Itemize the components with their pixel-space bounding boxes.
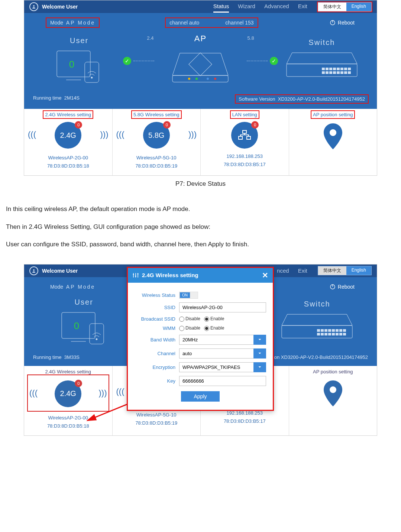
card-ap-position[interactable]: AP position setting <box>289 366 377 435</box>
svg-point-13 <box>214 78 216 80</box>
lan-ip: 192.168.188.253 <box>204 152 285 160</box>
card-58g-wireless[interactable]: 5.8G Wireless setting ((( 5.8G0 ))) Wire… <box>113 109 201 175</box>
ap-column: AP 2.4 5.8 <box>156 34 244 88</box>
link-user-ap: ✓ <box>123 57 156 65</box>
tab-exit[interactable]: Exit <box>298 1 307 13</box>
card-24g-wireless[interactable]: 2.4G Wireless setting ((( 2.4G0 ))) Wire… <box>24 366 113 435</box>
lan-mac: 78:D3:8D:D3:B5:17 <box>204 417 285 425</box>
mode-label: Mode <box>50 20 63 26</box>
freq-2g-label: 2.4 <box>147 35 153 41</box>
mode-value: AP Mode <box>66 20 95 26</box>
svg-rect-54 <box>324 333 327 335</box>
switch-title: Switch <box>269 300 366 308</box>
client-count-badge: 0 <box>75 380 82 387</box>
wmm-enable-radio[interactable]: Enable <box>204 325 224 331</box>
close-icon[interactable]: ✕ <box>262 271 268 280</box>
card-header-lan: LAN setting <box>231 111 259 118</box>
modal-body: Wireless Status ON SSID Broadcast SSID D… <box>128 283 273 410</box>
svg-rect-19 <box>337 68 340 70</box>
wmm-label: WMM <box>135 325 179 331</box>
status-ok-icon: ✓ <box>123 57 131 65</box>
ap-device-icon <box>156 46 244 88</box>
ssid-input[interactable] <box>179 302 266 312</box>
svg-rect-44 <box>317 329 320 332</box>
running-time-label: Running time <box>33 354 62 360</box>
location-pin-icon <box>293 123 373 150</box>
mode-label: Mode <box>50 284 63 290</box>
lang-chinese-button[interactable]: 简体中文 <box>318 3 346 11</box>
key-input[interactable] <box>179 376 266 386</box>
chevron-down-icon <box>253 335 266 345</box>
svg-rect-58 <box>339 333 342 335</box>
user-avatar-icon <box>29 266 38 275</box>
svg-text:0: 0 <box>74 320 79 331</box>
svg-point-65 <box>133 274 134 275</box>
channel-select[interactable] <box>179 348 266 359</box>
svg-rect-59 <box>343 333 346 335</box>
reboot-label: Reboot <box>338 20 355 26</box>
wireless-status-toggle[interactable]: ON <box>179 292 198 299</box>
enable-label: Enable <box>210 325 224 331</box>
doc-paragraph-3: User can configure the SSID, password, b… <box>6 239 395 250</box>
reboot-button[interactable]: Reboot <box>330 20 355 26</box>
svg-rect-17 <box>329 68 332 70</box>
card-24g-wireless[interactable]: 2.4G Wireless setting ((( 2.4G0 ))) Wire… <box>24 109 113 175</box>
lang-chinese-button[interactable]: 简体中文 <box>318 266 346 275</box>
disable-label: Disable <box>185 325 200 331</box>
welcome-text: Welcome User <box>42 4 78 10</box>
encryption-label: Encryption <box>135 364 179 370</box>
running-time-label: Running time <box>33 95 62 101</box>
card-lan-setting[interactable]: LAN setting 0 192.168.188.253 78:D3:8D:D… <box>201 109 289 175</box>
version-label: Software Version <box>239 96 275 102</box>
lan-mac: 78:D3:8D:D3:B5:17 <box>204 160 285 169</box>
svg-rect-52 <box>317 333 320 335</box>
broadcast-disable-radio[interactable]: Disable <box>179 316 200 322</box>
reboot-button[interactable]: Reboot <box>330 284 355 290</box>
svg-point-0 <box>33 5 35 7</box>
mac-24g: 78:D3:8D:D3:B5:18 <box>28 162 109 170</box>
tab-exit[interactable]: Exit <box>298 265 307 276</box>
key-label: Key <box>135 378 179 384</box>
switch-device-icon <box>278 49 366 84</box>
switch-device-icon <box>269 311 366 345</box>
status-ok-icon: ✓ <box>270 57 278 65</box>
card-header-position: AP position setting <box>311 111 354 118</box>
lang-english-button[interactable]: English <box>346 266 371 275</box>
channel-2g-value: auto <box>189 20 199 26</box>
bandwidth-select[interactable] <box>179 335 266 345</box>
user-device-icon: 0 <box>35 309 132 347</box>
svg-rect-51 <box>343 329 346 332</box>
svg-rect-18 <box>333 68 336 70</box>
tab-advanced[interactable]: Advanced <box>264 1 289 13</box>
ssid-label: SSID <box>135 305 179 310</box>
channel-value <box>179 348 253 359</box>
svg-rect-50 <box>339 329 342 332</box>
svg-rect-23 <box>322 71 325 74</box>
screenshot-device-status: Welcome User Status Wizard Advanced Exit… <box>24 0 377 176</box>
tab-status[interactable]: Status <box>213 1 229 13</box>
svg-rect-31 <box>243 130 246 133</box>
broadcast-enable-radio[interactable]: Enable <box>204 316 224 322</box>
svg-rect-56 <box>332 333 335 335</box>
svg-rect-27 <box>337 71 340 74</box>
svg-rect-40 <box>90 324 104 344</box>
svg-point-7 <box>91 77 93 78</box>
figure-caption: P7: Device Status <box>0 176 401 190</box>
wmm-disable-radio[interactable]: Disable <box>179 325 200 331</box>
card-ap-position[interactable]: AP position setting <box>289 109 377 175</box>
svg-rect-29 <box>344 71 347 74</box>
client-count-badge: 0 <box>163 121 171 129</box>
tab-wizard[interactable]: Wizard <box>238 1 255 13</box>
wireless-status-label: Wireless Status <box>135 292 179 298</box>
reboot-label: Reboot <box>338 284 355 290</box>
lang-english-button[interactable]: English <box>346 3 371 11</box>
svg-point-11 <box>195 78 198 80</box>
software-version-partial: ion XD3200-AP-V2.0-Build20151204174952 <box>273 354 368 360</box>
svg-point-35 <box>33 269 35 271</box>
encryption-select[interactable] <box>179 362 266 372</box>
svg-rect-30 <box>348 71 351 74</box>
apply-button[interactable]: Apply <box>181 391 219 402</box>
mode-indicator: Mode AP Mode <box>46 282 99 291</box>
tab-advanced-cut[interactable]: nced <box>277 265 289 276</box>
svg-point-34 <box>330 129 336 136</box>
